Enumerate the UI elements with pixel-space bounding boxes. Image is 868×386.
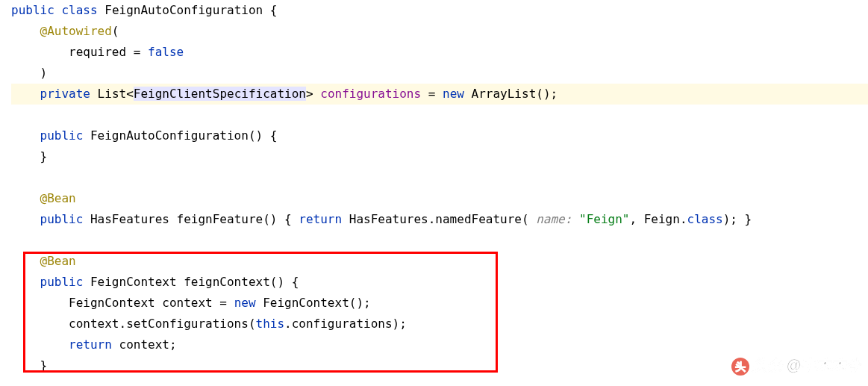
brace: { — [263, 3, 277, 17]
keyword-new: new — [443, 87, 464, 101]
keyword-this: this — [256, 317, 285, 331]
constructor-signature: FeignAutoConfiguration() { — [83, 128, 277, 143]
code-editor[interactable]: public class FeignAutoConfiguration { @A… — [0, 0, 868, 376]
annotation-autowired: @Autowired — [40, 24, 112, 38]
constructor-call: FeignContext(); — [256, 296, 371, 310]
watermark-text: 头条 @宇木木兮 — [752, 357, 861, 373]
code-line[interactable]: } — [11, 146, 868, 167]
annotation-bean: @Bean — [40, 254, 76, 268]
code-line-empty[interactable] — [11, 167, 868, 188]
code-line[interactable]: public class FeignAutoConfiguration { — [11, 0, 868, 21]
annotation-bean: @Bean — [40, 191, 76, 205]
code-line[interactable]: FeignContext context = new FeignContext(… — [11, 293, 868, 314]
type: FeignContext — [69, 296, 162, 310]
keyword-return: return — [69, 337, 112, 352]
paren: ( — [112, 24, 119, 38]
keyword-public: public — [40, 212, 84, 226]
watermark-icon: 头 — [731, 358, 749, 376]
keyword-return: return — [299, 212, 342, 226]
class-name: FeignAutoConfiguration — [104, 3, 263, 17]
code-line[interactable]: @Bean — [11, 188, 868, 209]
keyword-false: false — [148, 45, 184, 59]
keyword-class: class — [61, 3, 97, 17]
method-call: , Feign. — [629, 212, 687, 226]
param-hint: name: — [529, 212, 579, 226]
method-name: feignFeature — [177, 212, 263, 226]
paren: ) — [40, 66, 48, 80]
code-line[interactable]: @Bean — [11, 251, 868, 272]
code-line[interactable]: public FeignAutoConfiguration() { — [11, 125, 868, 146]
brace: } — [40, 358, 48, 373]
keyword-class: class — [687, 212, 723, 226]
keyword-private: private — [40, 87, 90, 101]
variable: context = — [162, 296, 234, 310]
keyword-public: public — [11, 3, 54, 17]
method-name: feignContext — [184, 275, 270, 289]
field-name: configurations — [313, 87, 422, 101]
keyword-public: public — [40, 128, 84, 143]
method-call: context.setConfigurations( — [69, 317, 255, 331]
type-selection-post: ication — [256, 87, 306, 101]
code-line[interactable]: public FeignContext feignContext() { — [11, 272, 868, 293]
return-type: HasFeatures — [83, 212, 176, 226]
code-line[interactable]: @Autowired( — [11, 21, 868, 42]
angle-bracket: < — [126, 87, 134, 101]
string-literal: "Feign" — [579, 212, 629, 226]
code-content[interactable]: public class FeignAutoConfiguration { @A… — [0, 0, 868, 376]
method-call: HasFeatures.namedFeature( — [342, 212, 528, 226]
code-line-highlighted[interactable]: private List<FeignClientSpecification> c… — [11, 84, 868, 105]
brace: } — [40, 149, 48, 164]
method-call-end: ); } — [723, 212, 752, 226]
method-sig: () { — [270, 275, 299, 289]
code-line[interactable]: required = false — [11, 42, 868, 63]
constructor-call: ArrayList(); — [464, 87, 558, 101]
code-line[interactable]: ) — [11, 63, 868, 84]
equals: = — [421, 87, 443, 101]
angle-bracket: > — [306, 87, 313, 101]
method-sig: () { — [263, 212, 299, 226]
code-line-empty[interactable] — [11, 105, 868, 125]
code-line[interactable]: context.setConfigurations(this.configura… — [11, 314, 868, 334]
watermark: 头头条 @宇木木兮 — [731, 352, 861, 379]
return-value: context; — [112, 337, 177, 352]
type-list: List — [98, 87, 127, 101]
return-type: FeignContext — [83, 275, 184, 289]
code-line[interactable]: public HasFeatures feignFeature() { retu… — [11, 209, 868, 230]
param-name: required = — [69, 45, 148, 59]
keyword-public: public — [40, 275, 84, 289]
keyword-new: new — [234, 296, 256, 310]
type-selection-pre: FeignClientSpecif — [134, 87, 256, 101]
field-access: .configurations); — [284, 317, 407, 331]
code-line-empty[interactable] — [11, 230, 868, 251]
